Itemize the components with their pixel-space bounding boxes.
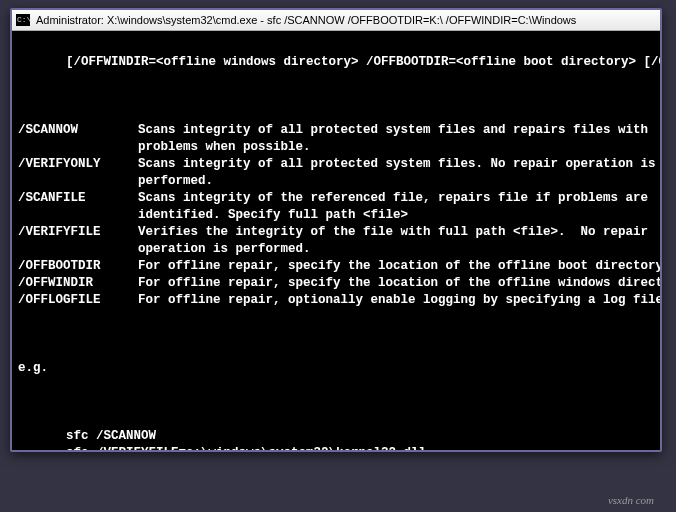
option-key: /OFFWINDIR bbox=[18, 275, 138, 292]
option-desc: Scans integrity of all protected system … bbox=[138, 122, 658, 139]
option-key: /VERIFYFILE bbox=[18, 224, 138, 241]
option-desc: Scans integrity of the referenced file, … bbox=[138, 190, 658, 207]
option-desc-cont: identified. Specify full path <file> bbox=[18, 207, 658, 224]
option-desc: For offline repair, optionally enable lo… bbox=[138, 292, 660, 309]
option-row: /OFFWINDIRFor offline repair, specify th… bbox=[18, 275, 658, 292]
option-desc: Verifies the integrity of the file with … bbox=[138, 224, 658, 241]
option-row: /OFFLOGFILEFor offline repair, optionall… bbox=[18, 292, 658, 309]
syntax-line: [/OFFWINDIR=<offline windows directory> … bbox=[18, 54, 658, 71]
option-key: /SCANFILE bbox=[18, 190, 138, 207]
option-key: /VERIFYONLY bbox=[18, 156, 138, 173]
titlebar[interactable]: Administrator: X:\windows\system32\cmd.e… bbox=[12, 10, 660, 31]
option-row: /VERIFYONLYScans integrity of all protec… bbox=[18, 156, 658, 173]
cmd-window: Administrator: X:\windows\system32\cmd.e… bbox=[10, 8, 662, 452]
option-desc: For offline repair, specify the location… bbox=[138, 258, 660, 275]
cmd-icon bbox=[16, 14, 30, 26]
option-desc-cont: performed. bbox=[18, 173, 658, 190]
option-row: /SCANFILEScans integrity of the referenc… bbox=[18, 190, 658, 207]
option-desc: Scans integrity of all protected system … bbox=[138, 156, 658, 173]
watermark: vsxdn com bbox=[608, 494, 654, 506]
option-desc-cont: operation is performed. bbox=[18, 241, 658, 258]
option-key: /OFFBOOTDIR bbox=[18, 258, 138, 275]
option-row: /OFFBOOTDIRFor offline repair, specify t… bbox=[18, 258, 658, 275]
window-title: Administrator: X:\windows\system32\cmd.e… bbox=[36, 14, 576, 26]
option-desc: For offline repair, specify the location… bbox=[138, 275, 660, 292]
option-desc-cont: problems when possible. bbox=[18, 139, 658, 156]
example-label: e.g. bbox=[18, 360, 658, 377]
terminal-output[interactable]: [/OFFWINDIR=<offline windows directory> … bbox=[12, 31, 660, 450]
option-key: /OFFLOGFILE bbox=[18, 292, 138, 309]
option-row: /SCANNOWScans integrity of all protected… bbox=[18, 122, 658, 139]
example-line: sfc /VERIFYFILE=c:\windows\system32\kern… bbox=[18, 445, 658, 450]
example-line: sfc /SCANNOW bbox=[18, 428, 658, 445]
option-key: /SCANNOW bbox=[18, 122, 138, 139]
option-row: /VERIFYFILEVerifies the integrity of the… bbox=[18, 224, 658, 241]
